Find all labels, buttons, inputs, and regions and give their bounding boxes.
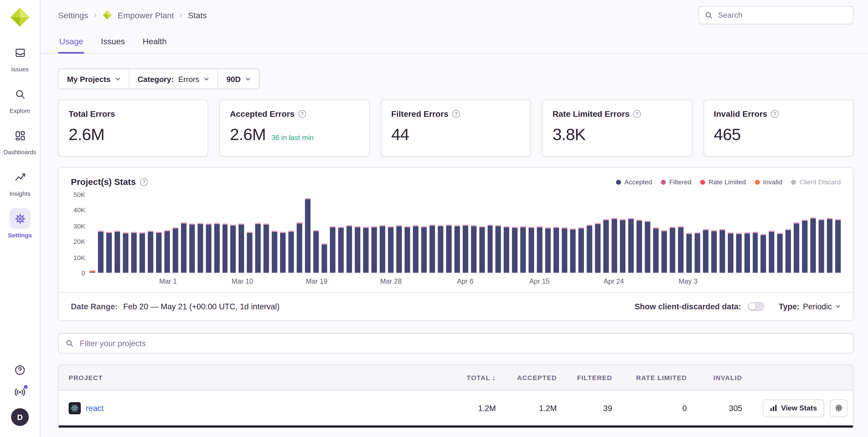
cropped-next-row-fragment [59,426,853,428]
project-settings-button[interactable] [830,399,847,417]
question-icon[interactable] [298,110,306,117]
chart-bar [471,225,476,273]
column-header-total[interactable]: TOTAL↓ [443,373,502,381]
tab-health[interactable]: Health [142,30,168,53]
sidebar-item-explore[interactable]: Explore [2,83,38,114]
x-tick-label: Apr 15 [529,278,550,285]
sidebar-item-issues[interactable]: Issues [2,42,38,72]
chart-bar [255,223,261,273]
legend-item-invalid[interactable]: Invalid [755,178,782,186]
chart-bar [438,225,443,273]
chart-bar [123,232,128,273]
chart-bar [206,224,211,273]
chart-bar [537,226,542,273]
card-accepted-errors: Accepted Errors 2.6M 36 in last min [219,100,370,157]
sidebar-item-settings[interactable]: Settings [2,208,38,238]
project-filter-input[interactable] [79,338,846,348]
question-icon[interactable] [633,110,641,117]
legend-item-accepted[interactable]: Accepted [616,178,652,186]
chart-bar [752,232,758,273]
column-header-project: PROJECT [59,374,443,381]
chart-bar [272,231,278,273]
legend-dot [791,179,796,184]
chevron-down-icon [204,76,210,82]
x-tick-label: May 3 [679,278,698,285]
projects-dropdown[interactable]: My Projects [59,69,129,89]
global-search[interactable] [699,6,854,24]
whats-new-broadcast-icon[interactable] [14,386,26,398]
y-tick-label: 0 [82,270,85,277]
topbar: Settings › Empower Plant › Stats [40,0,868,30]
panel-title: Project(s) Stats [71,177,136,187]
column-header-filtered[interactable]: FILTERED [562,374,618,381]
breadcrumb: Settings › Empower Plant › Stats [58,10,207,20]
chart-bar [131,232,136,273]
chart-bar [620,219,625,273]
chart-bar [164,230,170,272]
cell-total: 1.2M [443,404,502,412]
sidebar-item-dashboards[interactable]: Dashboards [2,125,38,156]
y-tick-label: 40K [73,207,85,214]
org-logo-icon[interactable] [9,7,30,28]
chart-bar [173,227,178,273]
question-icon[interactable] [140,178,148,186]
question-icon[interactable] [452,110,460,117]
breadcrumb-organization[interactable]: Empower Plant [118,10,174,20]
sort-desc-icon: ↓ [492,373,496,381]
sidebar-item-label: Settings [8,232,32,239]
chart-bar [313,230,319,272]
breadcrumb-settings[interactable]: Settings [58,10,88,20]
chevron-down-icon [115,76,120,82]
client-discard-toggle-label: Show client-discarded data: [634,302,741,311]
chart-bar [363,227,369,273]
legend-item-filtered[interactable]: Filtered [661,178,691,186]
search-input[interactable] [717,10,847,20]
tab-issues[interactable]: Issues [100,30,126,53]
date-range-dropdown[interactable]: 90D [217,69,259,89]
chart-bar [396,225,402,273]
tab-usage[interactable]: Usage [58,30,84,53]
chart-bar [181,222,186,273]
chart-bar [388,226,394,273]
chart-bar [90,270,95,273]
card-value: 44 [391,125,409,144]
chart-bar [637,220,642,273]
project-link[interactable]: react [86,404,104,412]
category-dropdown[interactable]: Category: Errors [129,69,217,89]
chart-bar [479,226,485,273]
chart-bar [214,223,219,273]
help-icon[interactable] [14,364,26,376]
question-icon[interactable] [771,110,779,117]
react-platform-icon [69,402,81,414]
chart-bar [446,225,452,273]
card-subtext: 36 in last min [271,133,314,141]
chart-bar [496,225,501,273]
column-header-rate-limited[interactable]: RATE LIMITED [618,374,692,381]
chart-bar [529,227,534,273]
cell-accepted: 1.2M [502,404,562,412]
type-dropdown[interactable]: Type: Periodic [779,302,841,311]
chart-bar [595,223,601,273]
sidebar-item-insights[interactable]: Insights [2,167,38,197]
client-discard-toggle[interactable] [748,302,764,311]
cell-rate-limited: 0 [618,404,692,412]
y-tick-label: 30K [73,223,85,230]
projects-dropdown-label: My Projects [67,74,110,83]
legend-item-client-discard[interactable]: Client Discard [791,178,841,186]
column-header-accepted[interactable]: ACCEPTED [502,374,562,381]
chart-bar [264,224,269,273]
chart-bar [802,220,808,273]
card-value: 2.6M [230,125,266,144]
user-avatar[interactable]: D [11,408,29,426]
chart-bar [454,225,460,273]
table-header-row: PROJECT TOTAL↓ ACCEPTED FILTERED RATE LI… [59,365,853,391]
chevron-down-icon [245,76,251,82]
page-filter-bar: My Projects Category: Errors 90D [58,69,259,89]
view-stats-button[interactable]: View Stats [763,399,824,417]
project-filter[interactable] [58,333,854,353]
x-tick-label: Mar 19 [306,278,328,285]
chart-bar [321,243,327,272]
column-header-invalid[interactable]: INVALID [692,374,748,381]
chart-bar [744,232,750,273]
legend-item-rate-limited[interactable]: Rate Limited [701,178,746,186]
